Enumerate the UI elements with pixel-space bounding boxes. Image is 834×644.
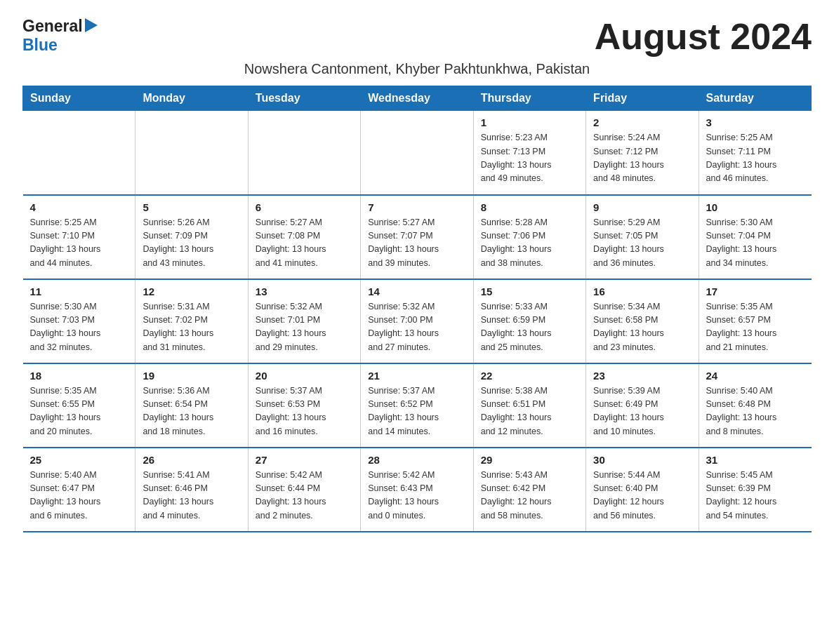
day-number: 25 bbox=[30, 454, 128, 466]
day-number: 3 bbox=[706, 116, 805, 128]
calendar-cell: 31Sunrise: 5:45 AM Sunset: 6:39 PM Dayli… bbox=[699, 448, 811, 532]
day-info: Sunrise: 5:42 AM Sunset: 6:44 PM Dayligh… bbox=[256, 469, 353, 523]
day-number: 28 bbox=[368, 454, 465, 466]
header-day-monday: Monday bbox=[135, 86, 248, 111]
calendar-cell: 24Sunrise: 5:40 AM Sunset: 6:48 PM Dayli… bbox=[699, 363, 811, 448]
header-day-wednesday: Wednesday bbox=[361, 86, 473, 111]
day-number: 21 bbox=[368, 370, 465, 382]
day-info: Sunrise: 5:36 AM Sunset: 6:54 PM Dayligh… bbox=[143, 384, 240, 439]
day-info: Sunrise: 5:27 AM Sunset: 7:08 PM Dayligh… bbox=[256, 216, 353, 271]
calendar-cell: 8Sunrise: 5:28 AM Sunset: 7:06 PM Daylig… bbox=[473, 195, 585, 279]
day-number: 26 bbox=[143, 454, 240, 466]
day-info: Sunrise: 5:33 AM Sunset: 6:59 PM Dayligh… bbox=[481, 300, 578, 355]
calendar-cell: 27Sunrise: 5:42 AM Sunset: 6:44 PM Dayli… bbox=[248, 448, 360, 532]
day-number: 31 bbox=[706, 454, 805, 466]
day-info: Sunrise: 5:35 AM Sunset: 6:55 PM Dayligh… bbox=[30, 384, 128, 439]
calendar-cell bbox=[248, 111, 360, 195]
day-info: Sunrise: 5:28 AM Sunset: 7:06 PM Dayligh… bbox=[481, 216, 578, 271]
calendar-cell: 19Sunrise: 5:36 AM Sunset: 6:54 PM Dayli… bbox=[135, 363, 248, 448]
day-info: Sunrise: 5:32 AM Sunset: 7:01 PM Dayligh… bbox=[256, 300, 353, 355]
calendar-cell: 2Sunrise: 5:24 AM Sunset: 7:12 PM Daylig… bbox=[586, 111, 699, 195]
day-number: 22 bbox=[481, 370, 578, 382]
calendar-cell bbox=[23, 111, 135, 195]
day-info: Sunrise: 5:30 AM Sunset: 7:03 PM Dayligh… bbox=[30, 300, 128, 355]
day-number: 4 bbox=[30, 201, 128, 213]
day-info: Sunrise: 5:32 AM Sunset: 7:00 PM Dayligh… bbox=[368, 300, 465, 355]
calendar-cell: 26Sunrise: 5:41 AM Sunset: 6:46 PM Dayli… bbox=[135, 448, 248, 532]
calendar-week-row: 18Sunrise: 5:35 AM Sunset: 6:55 PM Dayli… bbox=[23, 363, 812, 448]
day-number: 12 bbox=[143, 286, 240, 297]
day-info: Sunrise: 5:38 AM Sunset: 6:51 PM Dayligh… bbox=[481, 384, 578, 439]
day-number: 19 bbox=[143, 370, 240, 382]
day-info: Sunrise: 5:37 AM Sunset: 6:53 PM Dayligh… bbox=[256, 384, 353, 439]
logo-blue-text: Blue bbox=[22, 36, 58, 55]
calendar-cell: 28Sunrise: 5:42 AM Sunset: 6:43 PM Dayli… bbox=[361, 448, 473, 532]
day-info: Sunrise: 5:27 AM Sunset: 7:07 PM Dayligh… bbox=[368, 216, 465, 271]
day-info: Sunrise: 5:25 AM Sunset: 7:10 PM Dayligh… bbox=[30, 216, 128, 271]
calendar-cell: 15Sunrise: 5:33 AM Sunset: 6:59 PM Dayli… bbox=[473, 279, 585, 363]
subtitle: Nowshera Cantonment, Khyber Pakhtunkhwa,… bbox=[22, 61, 812, 77]
logo-arrow-icon bbox=[85, 18, 98, 35]
calendar-cell: 11Sunrise: 5:30 AM Sunset: 7:03 PM Dayli… bbox=[23, 279, 135, 363]
day-info: Sunrise: 5:24 AM Sunset: 7:12 PM Dayligh… bbox=[593, 131, 691, 186]
day-number: 13 bbox=[256, 286, 353, 297]
calendar-table: SundayMondayTuesdayWednesdayThursdayFrid… bbox=[22, 86, 812, 532]
day-number: 9 bbox=[593, 201, 691, 213]
calendar-cell: 12Sunrise: 5:31 AM Sunset: 7:02 PM Dayli… bbox=[135, 279, 248, 363]
day-number: 6 bbox=[256, 201, 353, 213]
day-info: Sunrise: 5:26 AM Sunset: 7:09 PM Dayligh… bbox=[143, 216, 240, 271]
day-number: 14 bbox=[368, 286, 465, 297]
svg-marker-0 bbox=[85, 18, 98, 32]
day-info: Sunrise: 5:42 AM Sunset: 6:43 PM Dayligh… bbox=[368, 469, 465, 523]
calendar-week-row: 11Sunrise: 5:30 AM Sunset: 7:03 PM Dayli… bbox=[23, 279, 812, 363]
day-info: Sunrise: 5:41 AM Sunset: 6:46 PM Dayligh… bbox=[143, 469, 240, 523]
calendar-cell bbox=[135, 111, 248, 195]
calendar-cell: 29Sunrise: 5:43 AM Sunset: 6:42 PM Dayli… bbox=[473, 448, 585, 532]
calendar-cell: 25Sunrise: 5:40 AM Sunset: 6:47 PM Dayli… bbox=[23, 448, 135, 532]
calendar-cell: 1Sunrise: 5:23 AM Sunset: 7:13 PM Daylig… bbox=[473, 111, 585, 195]
day-number: 11 bbox=[30, 286, 128, 297]
day-number: 18 bbox=[30, 370, 128, 382]
day-number: 2 bbox=[593, 116, 691, 128]
calendar-week-row: 25Sunrise: 5:40 AM Sunset: 6:47 PM Dayli… bbox=[23, 448, 812, 532]
calendar-cell: 5Sunrise: 5:26 AM Sunset: 7:09 PM Daylig… bbox=[135, 195, 248, 279]
day-info: Sunrise: 5:40 AM Sunset: 6:48 PM Dayligh… bbox=[706, 384, 805, 439]
calendar-cell: 7Sunrise: 5:27 AM Sunset: 7:07 PM Daylig… bbox=[361, 195, 473, 279]
calendar-cell: 9Sunrise: 5:29 AM Sunset: 7:05 PM Daylig… bbox=[586, 195, 699, 279]
calendar-cell: 17Sunrise: 5:35 AM Sunset: 6:57 PM Dayli… bbox=[699, 279, 811, 363]
calendar-cell: 16Sunrise: 5:34 AM Sunset: 6:58 PM Dayli… bbox=[586, 279, 699, 363]
month-title: August 2024 bbox=[595, 17, 812, 57]
day-info: Sunrise: 5:39 AM Sunset: 6:49 PM Dayligh… bbox=[593, 384, 691, 439]
day-info: Sunrise: 5:37 AM Sunset: 6:52 PM Dayligh… bbox=[368, 384, 465, 439]
calendar-cell: 20Sunrise: 5:37 AM Sunset: 6:53 PM Dayli… bbox=[248, 363, 360, 448]
calendar-cell: 21Sunrise: 5:37 AM Sunset: 6:52 PM Dayli… bbox=[361, 363, 473, 448]
day-number: 30 bbox=[593, 454, 691, 466]
day-number: 24 bbox=[706, 370, 805, 382]
day-number: 20 bbox=[256, 370, 353, 382]
logo-general-text: General bbox=[22, 17, 83, 36]
calendar-cell bbox=[361, 111, 473, 195]
day-number: 23 bbox=[593, 370, 691, 382]
calendar-cell: 30Sunrise: 5:44 AM Sunset: 6:40 PM Dayli… bbox=[586, 448, 699, 532]
day-number: 29 bbox=[481, 454, 578, 466]
day-info: Sunrise: 5:44 AM Sunset: 6:40 PM Dayligh… bbox=[593, 469, 691, 523]
calendar-cell: 4Sunrise: 5:25 AM Sunset: 7:10 PM Daylig… bbox=[23, 195, 135, 279]
day-info: Sunrise: 5:29 AM Sunset: 7:05 PM Dayligh… bbox=[593, 216, 691, 271]
day-number: 1 bbox=[481, 116, 578, 128]
header-day-sunday: Sunday bbox=[23, 86, 135, 111]
calendar-cell: 6Sunrise: 5:27 AM Sunset: 7:08 PM Daylig… bbox=[248, 195, 360, 279]
header: General Blue August 2024 bbox=[22, 17, 812, 57]
day-number: 17 bbox=[706, 286, 805, 297]
day-number: 5 bbox=[143, 201, 240, 213]
day-number: 7 bbox=[368, 201, 465, 213]
day-info: Sunrise: 5:45 AM Sunset: 6:39 PM Dayligh… bbox=[706, 469, 805, 523]
calendar-week-row: 4Sunrise: 5:25 AM Sunset: 7:10 PM Daylig… bbox=[23, 195, 812, 279]
day-number: 15 bbox=[481, 286, 578, 297]
calendar-cell: 18Sunrise: 5:35 AM Sunset: 6:55 PM Dayli… bbox=[23, 363, 135, 448]
day-number: 10 bbox=[706, 201, 805, 213]
day-info: Sunrise: 5:34 AM Sunset: 6:58 PM Dayligh… bbox=[593, 300, 691, 355]
calendar-header-row: SundayMondayTuesdayWednesdayThursdayFrid… bbox=[23, 86, 812, 111]
header-day-tuesday: Tuesday bbox=[248, 86, 360, 111]
header-day-thursday: Thursday bbox=[473, 86, 585, 111]
calendar-cell: 3Sunrise: 5:25 AM Sunset: 7:11 PM Daylig… bbox=[699, 111, 811, 195]
